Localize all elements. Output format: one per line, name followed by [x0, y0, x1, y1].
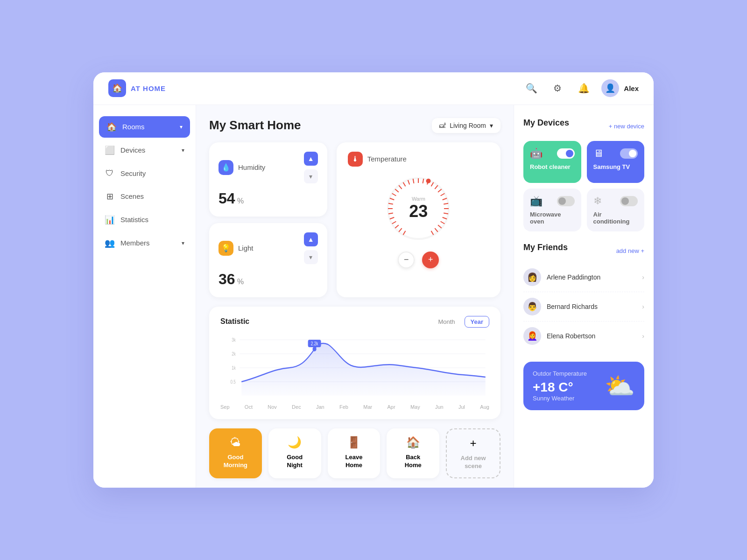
scene-back-home[interactable]: 🏠 BackHome — [387, 428, 439, 479]
svg-text:2k: 2k — [232, 351, 236, 357]
logo-text: AT HOME — [131, 84, 166, 92]
chart-label: May — [410, 404, 420, 410]
robot-cleaner-toggle[interactable] — [557, 148, 575, 159]
temp-controls: − + — [398, 252, 439, 268]
header-actions: 🔍 ⚙ 🔔 👤 Alex — [523, 79, 639, 97]
logo-icon: 🏠 — [108, 79, 126, 97]
search-button[interactable]: 🔍 — [523, 80, 540, 97]
notifications-button[interactable]: 🔔 — [575, 80, 592, 97]
ac-icon: ❄ — [593, 195, 602, 207]
chart-label: Nov — [268, 404, 277, 410]
friend-name: Bernard Richards — [547, 303, 636, 310]
sidebar-item-members[interactable]: 👥 Members ▾ — [93, 232, 196, 254]
temperature-label: Temperature — [367, 155, 407, 163]
sidebar-item-rooms[interactable]: 🏠 Rooms ▾ — [99, 116, 190, 138]
chart-label: Jan — [316, 404, 324, 410]
sidebar-item-statistics[interactable]: 📊 Statistics — [93, 209, 196, 231]
device-card-header: 📺 — [530, 195, 575, 207]
friend-avatar: 👨 — [523, 298, 541, 315]
scene-add-new[interactable]: + Add newscene — [446, 428, 500, 479]
grid-icon: ⊞ — [105, 191, 115, 202]
add-friend-button[interactable]: add new + — [616, 247, 644, 254]
humidity-value: 54 — [218, 190, 235, 207]
thermometer-icon: 🌡 — [348, 152, 363, 167]
chart-label: Jul — [458, 404, 465, 410]
chevron-down-icon: ▾ — [490, 122, 493, 129]
sidebar-item-label: Statistics — [120, 216, 148, 224]
door-icon: 🚪 — [347, 436, 361, 449]
svg-line-28 — [441, 221, 445, 224]
device-card-header: ❄ — [593, 195, 638, 207]
light-value: 36 — [218, 271, 235, 287]
svg-line-12 — [399, 185, 402, 189]
statistics-header: Statistic Month Year — [220, 316, 489, 328]
scene-good-morning[interactable]: 🌤 GoodMorning — [209, 428, 262, 479]
friends-section-header: My Friends add new + — [523, 243, 644, 259]
chevron-right-icon: › — [642, 303, 644, 310]
light-label-row: 💡 Light — [218, 241, 254, 256]
sidebar-item-security[interactable]: 🛡 Security — [93, 163, 196, 184]
period-month-button[interactable]: Month — [432, 316, 460, 328]
device-robot-cleaner: 🤖 Robot cleaner — [523, 141, 581, 183]
ac-toggle[interactable] — [620, 196, 638, 206]
settings-button[interactable]: ⚙ — [549, 80, 566, 97]
room-selector[interactable]: 🛋 Living Room ▾ — [432, 118, 500, 133]
humidity-up-button[interactable]: ▲ — [304, 152, 318, 166]
scene-leave-home[interactable]: 🚪 LeaveHome — [328, 428, 381, 479]
humidity-down-button[interactable]: ▾ — [304, 169, 318, 183]
friend-arlene[interactable]: 👩 Arlene Paddington › — [523, 263, 644, 292]
chart-label: Feb — [339, 404, 348, 410]
device-card-header: 🖥 — [593, 147, 638, 160]
bell-icon: 🔔 — [578, 83, 590, 94]
sidebar-item-scenes[interactable]: ⊞ Scenes — [93, 186, 196, 207]
device-name: Microwave oven — [530, 211, 575, 225]
temperature-title: 🌡 Temperature — [348, 152, 489, 167]
friend-elena[interactable]: 👩‍🦰 Elena Robertson › — [523, 322, 644, 350]
light-controls: ▲ ▾ — [304, 232, 318, 264]
svg-line-21 — [438, 189, 442, 192]
scene-label: BackHome — [405, 454, 422, 469]
period-year-button[interactable]: Year — [465, 316, 489, 328]
svg-text:2.2k: 2.2k — [311, 341, 318, 346]
svg-line-1 — [403, 231, 406, 235]
humidity-unit: % — [237, 197, 244, 205]
chart-icon: 📊 — [105, 215, 115, 225]
gear-icon: ⚙ — [553, 83, 562, 94]
scene-good-night[interactable]: 🌙 GoodNight — [268, 428, 321, 479]
devices-title: My Devices — [523, 118, 569, 128]
scene-label: LeaveHome — [345, 454, 363, 469]
sidebar-item-label: Scenes — [120, 192, 144, 200]
temp-increase-button[interactable]: + — [422, 252, 439, 268]
samsung-tv-toggle[interactable] — [620, 148, 638, 159]
scenes-row: 🌤 GoodMorning 🌙 GoodNight 🚪 LeaveHome 🏠 … — [209, 428, 500, 479]
new-device-button[interactable]: + new device — [609, 123, 644, 130]
home-scene-icon: 🏠 — [406, 436, 420, 449]
sidebar-item-devices[interactable]: ⬜ Devices ▾ — [93, 140, 196, 161]
light-up-button[interactable]: ▲ — [304, 232, 318, 246]
sofa-icon: 🛋 — [439, 122, 446, 129]
temperature-widget: 🌡 Temperature — [337, 142, 500, 297]
user-profile[interactable]: 👤 Alex — [601, 79, 639, 97]
scene-label: GoodNight — [287, 454, 303, 469]
members-icon: 👥 — [105, 238, 115, 248]
avatar: 👤 — [601, 79, 619, 97]
microwave-toggle[interactable] — [557, 196, 575, 206]
light-label: Light — [238, 244, 254, 252]
temp-decrease-button[interactable]: − — [398, 252, 415, 268]
home-icon: 🏠 — [106, 122, 117, 132]
light-icon: 💡 — [218, 241, 233, 256]
friend-avatar: 👩‍🦰 — [523, 327, 541, 345]
scene-label: Add newscene — [461, 455, 486, 470]
header: 🏠 AT HOME 🔍 ⚙ 🔔 👤 Alex — [93, 72, 654, 105]
statistics-title: Statistic — [220, 317, 249, 326]
humidity-value-row: 54 % — [218, 190, 318, 207]
chart-labels: Sep Oct Nov Dec Jan Feb Mar Apr May Jun … — [220, 404, 489, 410]
user-name: Alex — [624, 84, 639, 92]
app-window: 🏠 AT HOME 🔍 ⚙ 🔔 👤 Alex 🏠 Rooms — [93, 72, 654, 488]
friend-bernard[interactable]: 👨 Bernard Richards › — [523, 292, 644, 322]
outdoor-weather-label: Sunny Weather — [533, 395, 587, 402]
light-value-row: 36 % — [218, 271, 318, 288]
light-down-button[interactable]: ▾ — [304, 250, 318, 264]
chart-label: Mar — [363, 404, 372, 410]
chart-label: Oct — [245, 404, 253, 410]
